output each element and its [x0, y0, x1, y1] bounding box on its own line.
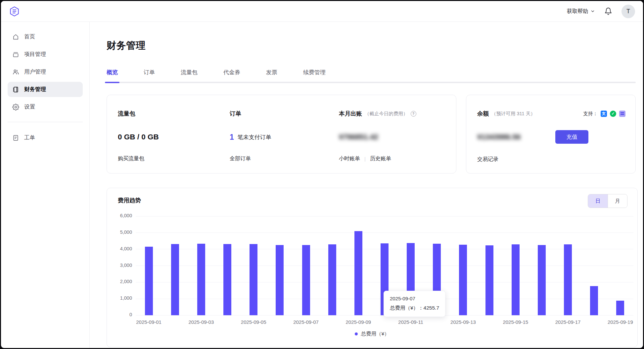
sidebar-item-projects[interactable]: 项目管理 — [8, 47, 83, 62]
app-logo-icon[interactable] — [9, 6, 20, 17]
monthly-billing-caption: （截止今日的费用） — [365, 111, 408, 117]
hourly-bill-link[interactable]: 小时账单 — [339, 155, 360, 162]
gridline — [136, 232, 633, 233]
sidebar-item-label: 首页 — [24, 33, 35, 40]
x-tick-label: 2025-09-07 — [281, 319, 331, 325]
chevron-down-icon — [590, 9, 595, 14]
bar-2025-09-07[interactable] — [302, 245, 310, 315]
bar-2025-09-08[interactable] — [328, 244, 336, 315]
x-tick-label: 2025-09-01 — [124, 319, 174, 325]
bar-2025-09-16[interactable] — [538, 245, 546, 315]
y-tick-label: 4,000 — [107, 246, 132, 251]
stats-card: 流量包 0 GB / 0 GB 购买流量包 订单 1 笔未支付订单 — [107, 95, 456, 174]
cost-trend-title: 费用趋势 — [118, 196, 141, 204]
work-order-icon — [12, 134, 19, 141]
sidebar-item-label: 设置 — [24, 103, 35, 111]
history-bill-link[interactable]: 历史账单 — [370, 155, 391, 162]
x-tick-label: 2025-09-19 — [595, 319, 643, 325]
balance-value-redacted: ¥1343986.56 — [477, 133, 542, 141]
monthly-billing-title: 本月出账 — [339, 110, 362, 118]
toggle-month[interactable]: 月 — [608, 194, 627, 208]
period-toggle: 日 月 — [588, 194, 627, 208]
app-window: 获取帮助 T 首页 项目管理 — [1, 1, 643, 348]
wechat-pay-icon: ✓ — [610, 111, 616, 117]
unpaid-order-count: 1 — [230, 133, 234, 142]
bar-2025-09-14[interactable] — [485, 245, 493, 315]
bar-2025-09-02[interactable] — [171, 244, 179, 315]
bar-2025-09-03[interactable] — [197, 244, 205, 315]
balance-card: 余额 （预计可用 311 天） 支持： 支 ✓ ¥1343986.56 充值 — [466, 95, 636, 174]
sidebar-item-finance[interactable]: 财务管理 — [8, 82, 83, 97]
toggle-day[interactable]: 日 — [588, 194, 608, 208]
link-separator: | — [364, 156, 366, 162]
all-orders-link[interactable]: 全部订单 — [230, 155, 251, 162]
bar-2025-09-05[interactable] — [250, 244, 257, 315]
gear-icon — [12, 104, 19, 111]
recharge-button[interactable]: 充值 — [555, 130, 588, 144]
monthly-billing-value-redacted: ¥796851.42 — [339, 133, 378, 141]
bar-2025-09-06[interactable] — [276, 245, 284, 315]
screen: 获取帮助 T 首页 项目管理 — [0, 0, 644, 349]
legend-dot — [355, 332, 358, 335]
help-menu[interactable]: 获取帮助 — [567, 8, 595, 15]
project-box-icon — [12, 51, 19, 58]
tab-orders[interactable]: 订单 — [144, 69, 155, 83]
unpaid-order-suffix: 笔未支付订单 — [238, 133, 271, 141]
help-circle-icon[interactable]: ? — [411, 111, 416, 117]
chart-legend: 总费用（¥） — [107, 330, 637, 337]
tab-bar: 概览 订单 流量包 代金券 发票 续费管理 — [107, 69, 636, 83]
y-tick-label: 0 — [107, 312, 132, 317]
x-tick-label: 2025-09-13 — [438, 319, 488, 325]
orders-stat: 订单 1 笔未支付订单 全部订单 — [230, 110, 339, 173]
sidebar-item-users[interactable]: 用户管理 — [8, 64, 83, 79]
page-title: 财务管理 — [107, 39, 636, 52]
ledger-icon — [12, 86, 19, 93]
tab-invoices[interactable]: 发票 — [266, 69, 277, 83]
users-icon — [12, 69, 19, 75]
sidebar: 首页 项目管理 用户管理 财务管理 — [1, 22, 90, 348]
bar-2025-09-01[interactable] — [145, 247, 153, 315]
tab-bar-underline — [107, 82, 636, 83]
y-tick-label: 6,000 — [107, 213, 132, 218]
y-tick-label: 3,000 — [107, 263, 132, 268]
tab-vouchers[interactable]: 代金券 — [223, 69, 240, 83]
alipay-icon: 支 — [601, 111, 607, 117]
x-tick-label: 2025-09-09 — [334, 319, 383, 325]
tab-traffic-packages[interactable]: 流量包 — [181, 69, 198, 83]
bar-2025-09-09[interactable] — [354, 231, 362, 315]
y-tick-label: 1,000 — [107, 295, 132, 301]
x-tick-label: 2025-09-03 — [176, 319, 226, 325]
sidebar-item-home[interactable]: 首页 — [8, 29, 83, 44]
bar-2025-09-19[interactable] — [616, 301, 624, 315]
tab-renewal[interactable]: 续费管理 — [303, 69, 326, 83]
x-tick-label: 2025-09-15 — [491, 319, 540, 325]
chart-tooltip: 2025-09-07 总费用（¥）：4255.7 — [384, 291, 445, 317]
sidebar-item-label: 用户管理 — [24, 68, 46, 75]
tooltip-date: 2025-09-07 — [390, 296, 439, 301]
x-tick-label: 2025-09-11 — [386, 319, 436, 325]
x-tick-label: 2025-09-17 — [543, 319, 593, 325]
bar-2025-09-15[interactable] — [512, 244, 520, 315]
balance-title: 余额 — [477, 110, 489, 118]
bar-2025-09-17[interactable] — [564, 244, 572, 315]
transaction-records-link[interactable]: 交易记录 — [477, 156, 498, 163]
buy-traffic-package-link[interactable]: 购买流量包 — [118, 155, 144, 162]
y-tick-label: 5,000 — [107, 229, 132, 235]
traffic-package-value: 0 GB / 0 GB — [118, 132, 230, 142]
y-tick-label: 2,000 — [107, 279, 132, 284]
help-menu-label: 获取帮助 — [567, 8, 588, 15]
bar-2025-09-04[interactable] — [223, 244, 231, 315]
sidebar-item-label: 工单 — [24, 134, 35, 141]
bar-2025-09-18[interactable] — [590, 286, 598, 315]
chart-plot: 2025-09-07 总费用（¥）：4255.7 01,0002,0003,00… — [136, 216, 633, 315]
user-avatar[interactable]: T — [621, 5, 635, 18]
bank-card-icon — [619, 111, 625, 117]
notification-bell-icon[interactable] — [604, 7, 612, 15]
bar-2025-09-13[interactable] — [459, 245, 467, 315]
sidebar-item-tickets[interactable]: 工单 — [8, 130, 83, 145]
tab-overview[interactable]: 概览 — [107, 69, 118, 83]
tooltip-value: 总费用（¥）：4255.7 — [390, 305, 439, 312]
main-content: 财务管理 概览 订单 流量包 代金券 发票 续费管理 流量包 0 GB / 0 … — [90, 22, 643, 348]
monthly-billing-stat: 本月出账 （截止今日的费用） ? ¥796851.42 小时账单 | 历史账单 — [339, 110, 445, 173]
sidebar-item-settings[interactable]: 设置 — [8, 99, 83, 115]
